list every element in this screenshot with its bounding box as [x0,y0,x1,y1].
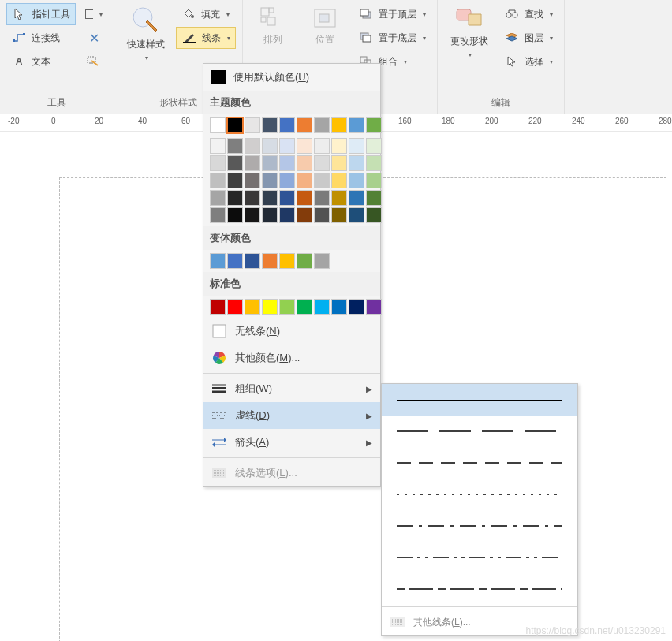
color-swatch[interactable] [210,117,226,133]
color-swatch[interactable] [349,155,364,171]
color-swatch[interactable] [366,117,382,133]
color-swatch[interactable] [331,155,347,171]
color-swatch[interactable] [210,138,226,154]
find-button[interactable]: 查找▾ [499,3,558,25]
color-swatch[interactable] [245,117,260,133]
dash-style-dash-dot[interactable] [382,510,577,542]
color-swatch[interactable] [331,207,347,223]
color-swatch[interactable] [331,138,347,154]
dash-style-long-dash[interactable] [382,416,577,447]
connector-tool-button[interactable]: 连接线 [6,27,76,49]
color-swatch[interactable] [262,173,278,188]
color-swatch[interactable] [349,299,364,315]
quick-styles-button[interactable]: 快速样式 ▾ [121,3,171,65]
color-swatch[interactable] [349,138,364,154]
color-swatch[interactable] [245,138,260,154]
color-swatch[interactable] [245,173,260,188]
color-swatch[interactable] [366,299,382,315]
color-swatch[interactable] [245,155,260,171]
color-swatch[interactable] [331,173,347,188]
color-swatch[interactable] [210,299,226,315]
change-shape-button[interactable]: 更改形状 ▾ [444,3,495,61]
color-swatch[interactable] [227,173,243,188]
arrange-button[interactable]: 排列 [249,3,297,50]
color-swatch[interactable] [314,138,330,154]
color-swatch[interactable] [314,253,330,269]
color-swatch[interactable] [297,117,312,133]
color-swatch[interactable] [227,299,243,315]
fill-button[interactable]: 填充 ▾ [176,3,236,25]
color-swatch[interactable] [279,173,295,188]
color-swatch[interactable] [210,207,226,223]
color-swatch[interactable] [297,299,312,315]
color-swatch[interactable] [349,190,364,206]
position-button[interactable]: 位置 [301,3,349,50]
color-swatch[interactable] [366,190,382,206]
color-swatch[interactable] [227,155,243,171]
color-swatch[interactable] [262,207,278,223]
color-swatch[interactable] [366,173,382,188]
color-swatch[interactable] [279,155,295,171]
color-swatch[interactable] [331,299,347,315]
dash-style-dot[interactable] [382,479,577,510]
send-back-button[interactable]: 置于底层▾ [353,27,431,49]
color-swatch[interactable] [331,190,347,206]
color-swatch[interactable] [366,155,382,171]
weight-item[interactable]: 粗细(W) [203,375,380,402]
arrows-item[interactable]: 箭头(A) [203,429,380,456]
color-swatch[interactable] [245,207,260,223]
color-swatch[interactable] [227,190,243,206]
text-tool-button[interactable]: A 文本 [6,50,76,73]
color-swatch[interactable] [297,155,312,171]
color-swatch[interactable] [245,299,260,315]
color-swatch[interactable] [314,207,330,223]
layer-button[interactable]: 图层▾ [499,27,558,49]
color-swatch[interactable] [297,138,312,154]
color-swatch[interactable] [227,207,243,223]
color-swatch[interactable] [366,207,382,223]
color-swatch[interactable] [279,190,295,206]
dash-style-dash[interactable] [382,447,577,479]
color-swatch[interactable] [314,299,330,315]
color-swatch[interactable] [210,190,226,206]
dash-style-dash-dot-dot[interactable] [382,542,577,573]
more-colors-item[interactable]: 其他颜色(M)... [203,345,380,371]
color-swatch[interactable] [314,117,330,133]
dash-style-solid[interactable] [382,384,577,416]
color-swatch[interactable] [314,173,330,188]
rect-shape-button[interactable]: ▾ [80,3,107,25]
color-swatch[interactable] [210,155,226,171]
use-default-color-item[interactable]: 使用默认颜色(U) [203,64,380,91]
color-swatch[interactable] [331,117,347,133]
color-swatch[interactable] [297,207,312,223]
ink-button[interactable] [80,50,107,73]
color-swatch[interactable] [297,253,312,269]
color-swatch[interactable] [262,299,278,315]
color-swatch[interactable] [262,117,278,133]
color-swatch[interactable] [314,155,330,171]
color-swatch[interactable] [297,173,312,188]
color-swatch[interactable] [279,117,295,133]
color-swatch[interactable] [279,299,295,315]
color-swatch[interactable] [262,155,278,171]
color-swatch[interactable] [279,207,295,223]
color-swatch[interactable] [349,207,364,223]
dash-style-short-long[interactable] [382,573,577,605]
color-swatch[interactable] [210,253,226,269]
color-swatch[interactable] [297,190,312,206]
color-swatch[interactable] [227,253,243,269]
color-swatch[interactable] [245,190,260,206]
color-swatch[interactable] [349,117,364,133]
color-swatch[interactable] [349,173,364,188]
color-swatch[interactable] [227,117,243,133]
color-swatch[interactable] [366,138,382,154]
color-swatch[interactable] [210,173,226,188]
line-button[interactable]: 线条 ▾ [176,27,236,49]
color-swatch[interactable] [245,253,260,269]
color-swatch[interactable] [262,190,278,206]
delete-connector-button[interactable]: ✕ [80,27,107,49]
color-swatch[interactable] [262,253,278,269]
select-button[interactable]: 选择▾ [499,50,558,73]
color-swatch[interactable] [279,138,295,154]
color-swatch[interactable] [314,190,330,206]
